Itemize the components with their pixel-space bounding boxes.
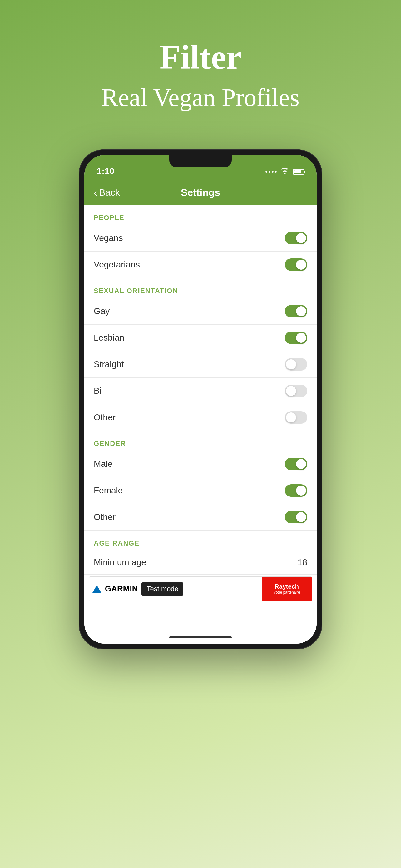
vegans-toggle-knob (296, 233, 306, 243)
bi-toggle[interactable] (285, 384, 307, 397)
lesbian-label: Lesbian (94, 333, 124, 343)
garmin-logo-icon (93, 585, 101, 593)
gay-label: Gay (94, 306, 110, 316)
male-label: Male (94, 459, 113, 469)
setting-row-male: Male (84, 451, 317, 477)
setting-row-minimum-age: Minimum age 18 (84, 551, 317, 575)
straight-toggle[interactable] (285, 358, 307, 371)
battery-icon (293, 169, 304, 175)
home-indicator (84, 631, 317, 644)
garmin-brand-text: GARMIN (105, 584, 138, 594)
ad-garmin[interactable]: GARMIN Test mode (89, 582, 262, 595)
gay-toggle-knob (296, 306, 306, 316)
gay-toggle[interactable] (285, 305, 307, 317)
bi-label: Bi (94, 386, 101, 396)
vegans-toggle[interactable] (285, 232, 307, 244)
female-toggle[interactable] (285, 484, 307, 497)
male-toggle[interactable] (285, 458, 307, 470)
lesbian-toggle-knob (296, 333, 306, 343)
ad-raytech[interactable]: Raytech Votre partenaire (262, 577, 312, 601)
back-label: Back (99, 187, 120, 198)
nav-bar: ‹ Back Settings (84, 180, 317, 205)
phone-frame: 1:10 ‹ (79, 149, 322, 649)
chevron-left-icon: ‹ (94, 187, 97, 198)
setting-row-straight: Straight (84, 351, 317, 378)
section-header-sexual-orientation: SEXUAL ORIENTATION (84, 278, 317, 298)
vegetarians-label: Vegetarians (94, 260, 140, 270)
settings-content: PEOPLE Vegans Vegetarians SEXUAL ORIENTA… (84, 205, 317, 631)
section-header-gender: GENDER (84, 431, 317, 451)
setting-row-vegans: Vegans (84, 225, 317, 251)
vegetarians-toggle[interactable] (285, 258, 307, 271)
male-toggle-knob (296, 459, 306, 469)
female-toggle-knob (296, 486, 306, 496)
main-subtitle: Real Vegan Profiles (101, 84, 300, 112)
status-time: 1:10 (97, 166, 114, 176)
straight-toggle-knob (286, 359, 296, 369)
section-header-people: PEOPLE (84, 205, 317, 225)
gender-other-toggle[interactable] (285, 511, 307, 523)
orientation-other-label: Other (94, 412, 115, 423)
phone-notch (169, 155, 232, 167)
signal-dots-icon (265, 171, 277, 173)
gender-other-toggle-knob (296, 512, 306, 522)
section-header-age-range: AGE RANGE (84, 531, 317, 551)
orientation-other-toggle[interactable] (285, 411, 307, 424)
setting-row-female: Female (84, 477, 317, 504)
orientation-other-toggle-knob (286, 412, 296, 423)
minimum-age-label: Minimum age (94, 557, 146, 567)
bi-toggle-knob (286, 386, 296, 396)
ad-test-mode-label: Test mode (141, 582, 183, 595)
female-label: Female (94, 486, 123, 496)
setting-row-lesbian: Lesbian (84, 324, 317, 351)
setting-row-gender-other: Other (84, 504, 317, 531)
ad-banner[interactable]: GARMIN Test mode Raytech Votre partenair… (84, 575, 317, 603)
raytech-brand-text: Raytech (274, 583, 299, 590)
back-button[interactable]: ‹ Back (94, 187, 120, 198)
minimum-age-value: 18 (298, 557, 307, 567)
page-header: Filter Real Vegan Profiles (101, 37, 300, 112)
straight-label: Straight (94, 359, 124, 369)
lesbian-toggle[interactable] (285, 332, 307, 344)
setting-row-bi: Bi (84, 378, 317, 404)
nav-title: Settings (181, 187, 220, 198)
wifi-icon (280, 167, 289, 176)
setting-row-orientation-other: Other (84, 404, 317, 431)
home-bar (169, 637, 232, 638)
setting-row-gay: Gay (84, 298, 317, 324)
ad-wrapper[interactable]: GARMIN Test mode Raytech Votre partenair… (89, 577, 312, 601)
status-icons (265, 167, 304, 176)
phone-screen: 1:10 ‹ (84, 155, 317, 644)
raytech-sub-text: Votre partenaire (273, 590, 300, 595)
setting-row-vegetarians: Vegetarians (84, 251, 317, 278)
vegetarians-toggle-knob (296, 260, 306, 270)
gender-other-label: Other (94, 512, 115, 522)
main-title: Filter (101, 37, 300, 77)
vegans-label: Vegans (94, 233, 123, 243)
